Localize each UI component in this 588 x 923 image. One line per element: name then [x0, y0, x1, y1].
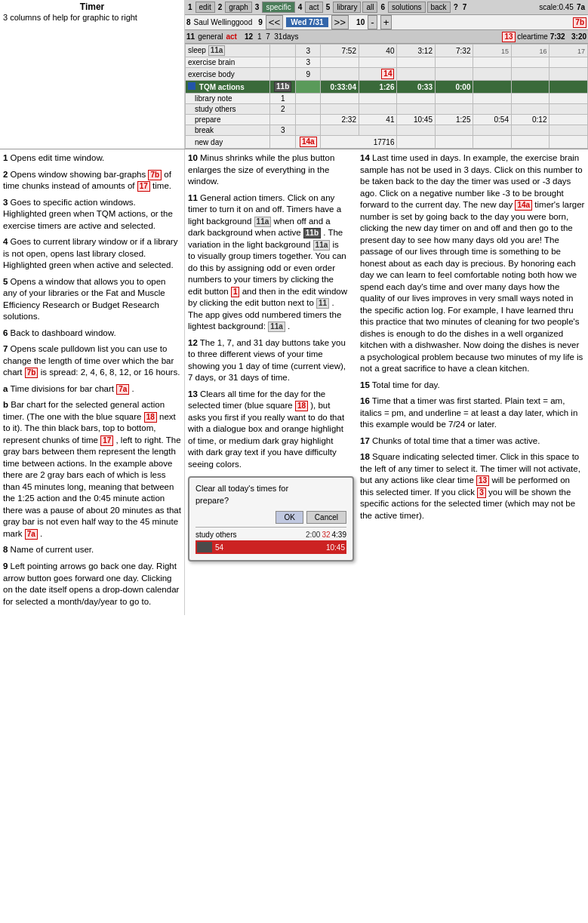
badge-7a-itemb2: 7a	[25, 529, 38, 540]
sleep-num16: 16	[511, 45, 550, 57]
all-button[interactable]: all	[362, 2, 377, 13]
item-2: 2 Opens window showing bar-graphs 7b of …	[3, 169, 181, 192]
item-num-11: 11	[188, 193, 198, 202]
body-col1	[270, 68, 296, 81]
break-t3	[397, 125, 436, 136]
dialog-active-time2: 10:45	[326, 543, 345, 552]
nav-left-arrow[interactable]: <<	[266, 15, 284, 29]
timer-name-break[interactable]: break	[186, 125, 270, 136]
item-11: 11 General action timers. Click on any t…	[188, 192, 348, 333]
nav-row: 8 Saul Wellinggood 9 << Wed 7/31 >> 10 -…	[185, 15, 588, 30]
item-num-16: 16	[360, 396, 370, 405]
timer-name-body[interactable]: exercise body	[186, 68, 270, 81]
brain-col1	[270, 57, 296, 68]
badge-17-item2: 17	[137, 181, 150, 192]
item-4: 4 Goes to current library window or if a…	[3, 236, 181, 272]
item-num-13: 13	[188, 389, 198, 398]
prep-t3: 10:45	[397, 115, 436, 125]
dialog-cancel-button[interactable]: Cancel	[306, 511, 346, 524]
timer-name-library[interactable]: library note	[186, 94, 270, 104]
badge-7b-nav: 7b	[573, 17, 586, 28]
newday-t6	[511, 136, 550, 149]
dialog-active-time1: 54	[215, 543, 223, 552]
right-area: 10 Minus shrinks while the plus button e…	[185, 149, 588, 615]
timer-name-sleep[interactable]: sleep 11a	[186, 45, 270, 57]
lib-t4	[435, 94, 473, 104]
edit-button[interactable]: edit	[195, 2, 215, 13]
toolbar: 1 edit 2 graph 3 specific 4 act 5 librar…	[185, 0, 588, 15]
item-text-b4: .	[40, 529, 42, 538]
study-t5	[473, 104, 512, 115]
tqm-t4: 0:00	[435, 81, 473, 94]
item-num-3: 3	[3, 198, 8, 207]
act-button[interactable]: act	[305, 2, 322, 13]
tqm-active	[296, 81, 321, 94]
study-col2	[296, 104, 321, 115]
back-button[interactable]: back	[427, 2, 451, 13]
library-button[interactable]: library	[333, 2, 361, 13]
item-3: 3 Goes to specific action windows. Highl…	[3, 197, 181, 232]
toolbar-num6: 6	[379, 3, 386, 11]
sleep-num15: 15	[473, 45, 512, 57]
date-display[interactable]: Wed 7/31	[286, 17, 328, 27]
item-text-6: Back to dashboard window.	[11, 328, 116, 337]
item-num-5: 5	[3, 277, 8, 286]
item-text-14b: timer's larger number is set by going ba…	[360, 200, 584, 373]
user-name: Saul Wellinggood	[194, 18, 253, 26]
item-18: 18 Square indicating selected timer. Cli…	[360, 451, 585, 521]
newday-t5	[473, 136, 512, 149]
panel-subtitle: 3 columns of help for graphic to right	[3, 12, 181, 23]
dialog-box: Clear all today's times for prepare? OK …	[188, 476, 354, 561]
newday-value: 17716	[321, 136, 397, 149]
body-t4	[435, 68, 473, 81]
toolbar-num3: 3	[254, 3, 261, 11]
lib-t2	[359, 94, 397, 104]
timer-table: sleep 11a 3 7:52 40 3:12 7:32 15 16 17 e…	[185, 44, 588, 149]
minus-button[interactable]: -	[368, 15, 377, 29]
badge-13-gen: 13	[502, 32, 515, 42]
item-num-1: 1	[3, 153, 8, 162]
timer-name-prepare[interactable]: prepare	[186, 115, 270, 125]
nav-right-arrow[interactable]: >>	[331, 15, 349, 29]
dialog-buttons: OK Cancel	[195, 511, 346, 524]
item-b: b Bar chart for the selected general act…	[3, 399, 181, 540]
badge-7a-itema: 7a	[116, 384, 129, 395]
item-num-9: 9	[3, 561, 8, 571]
item-text-15: Total time for day.	[372, 380, 440, 389]
item-8: 8 Name of current user.	[3, 544, 181, 556]
item-num-6: 6	[3, 328, 8, 337]
timer-name-study[interactable]: study others	[186, 104, 270, 115]
table-row: new day 14a 17716	[186, 136, 588, 149]
graph-button[interactable]: graph	[225, 2, 252, 13]
lib-col2	[296, 94, 321, 104]
badge-1-item11: 1	[231, 287, 240, 297]
dialog-title: Clear all today's times for	[195, 484, 346, 493]
item-12: 12 The 1, 7, and 31 day buttons take you…	[188, 337, 348, 384]
item-6: 6 Back to dashboard window.	[3, 328, 181, 340]
table-row: exercise brain 3	[186, 57, 588, 68]
sleep-num17: 17	[550, 45, 588, 57]
badge-11a-sleep: 11a	[208, 45, 226, 56]
item-text-1: Opens edit time window.	[11, 153, 105, 162]
specific-button[interactable]: specific	[262, 2, 294, 13]
body-t2: 14	[359, 68, 397, 81]
brain-t4	[435, 57, 473, 68]
timer-name-newday[interactable]: new day	[186, 136, 270, 149]
dialog-ok-button[interactable]: OK	[276, 511, 303, 524]
solutions-button[interactable]: solutions	[388, 2, 425, 13]
prep-t7	[550, 115, 588, 125]
lib-t1	[321, 94, 359, 104]
lib-t5	[473, 94, 512, 104]
blue-square-18[interactable]	[188, 82, 195, 90]
plus-button[interactable]: +	[380, 15, 393, 29]
body-col2: 9	[296, 68, 321, 81]
prep-t1: 2:32	[321, 115, 359, 125]
prep-t2: 41	[359, 115, 397, 125]
toolbar-num2: 2	[217, 3, 224, 11]
item-text-13b: ), but asks you first if you really want…	[188, 401, 344, 469]
brain-t1	[321, 57, 359, 68]
break-t7	[550, 125, 588, 136]
timer-name-brain[interactable]: exercise brain	[186, 57, 270, 68]
item-15: 15 Total time for day.	[360, 380, 585, 392]
tqm-name[interactable]: TQM actions	[186, 81, 270, 94]
